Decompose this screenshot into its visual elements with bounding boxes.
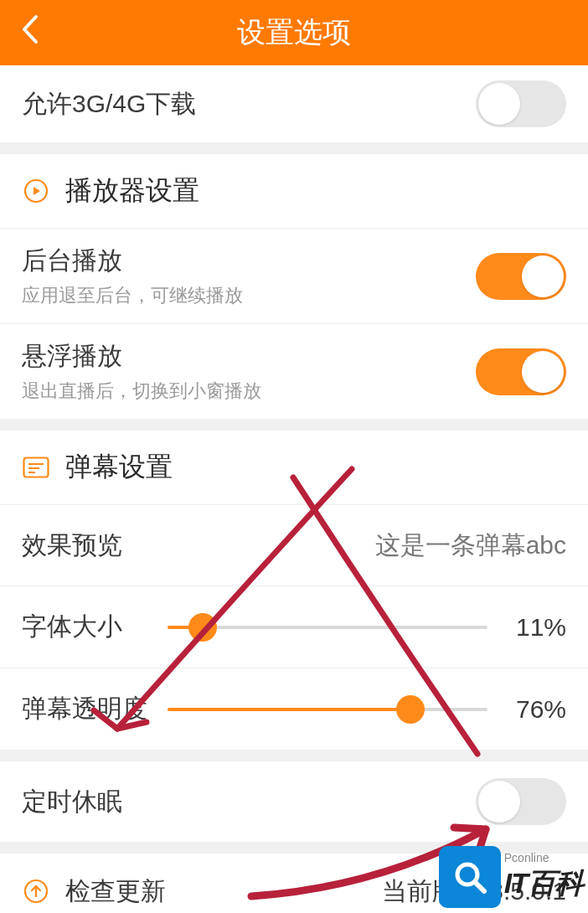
font-size-slider[interactable] xyxy=(168,626,487,629)
watermark: Pconline IT百科 xyxy=(439,846,583,908)
svg-line-7 xyxy=(475,882,484,891)
row-float-play: 悬浮播放 退出直播后，切换到小窗播放 xyxy=(0,323,588,419)
back-icon[interactable] xyxy=(20,14,39,52)
section-danmu-title: 弹幕设置 xyxy=(65,449,173,486)
watermark-small: Pconline xyxy=(504,851,549,864)
font-size-value: 11% xyxy=(499,613,566,642)
section-player: 播放器设置 xyxy=(0,154,588,228)
allow-download-toggle[interactable] xyxy=(476,80,566,127)
font-size-label: 字体大小 xyxy=(22,610,156,644)
opacity-value: 76% xyxy=(499,695,566,724)
opacity-label: 弹幕透明度 xyxy=(22,692,156,726)
row-background-play: 后台播放 应用退至后台，可继续播放 xyxy=(0,229,588,323)
upload-circle-icon xyxy=(22,877,50,905)
row-preview: 效果预览 这是一条弹幕abc xyxy=(0,505,588,585)
play-circle-icon xyxy=(22,177,50,205)
background-play-label: 后台播放 xyxy=(22,244,243,278)
section-player-title: 播放器设置 xyxy=(65,173,199,209)
check-update-label: 检查更新 xyxy=(65,874,166,909)
row-opacity: 弹幕透明度 76% xyxy=(0,668,588,750)
page-title: 设置选项 xyxy=(0,13,588,52)
row-font-size: 字体大小 11% xyxy=(0,585,588,668)
app-header: 设置选项 xyxy=(0,0,588,65)
float-play-toggle[interactable] xyxy=(476,348,566,395)
preview-label: 效果预览 xyxy=(22,529,122,563)
background-play-sub: 应用退至后台，可继续播放 xyxy=(22,283,243,308)
float-play-label: 悬浮播放 xyxy=(22,339,261,374)
watermark-big: IT百科 xyxy=(504,864,583,903)
allow-download-label: 允许3G/4G下载 xyxy=(22,87,196,121)
background-play-toggle[interactable] xyxy=(476,253,566,300)
opacity-slider[interactable] xyxy=(168,708,487,711)
float-play-sub: 退出直播后，切换到小窗播放 xyxy=(22,379,261,404)
section-danmu: 弹幕设置 xyxy=(0,431,588,504)
row-allow-download: 允许3G/4G下载 xyxy=(0,65,588,142)
preview-value: 这是一条弹幕abc xyxy=(375,529,566,563)
sleep-timer-label: 定时休眠 xyxy=(22,785,122,819)
sleep-timer-toggle[interactable] xyxy=(476,778,566,825)
subtitle-icon xyxy=(22,453,50,482)
watermark-logo-icon xyxy=(439,846,501,908)
row-sleep-timer: 定时休眠 xyxy=(0,761,588,842)
